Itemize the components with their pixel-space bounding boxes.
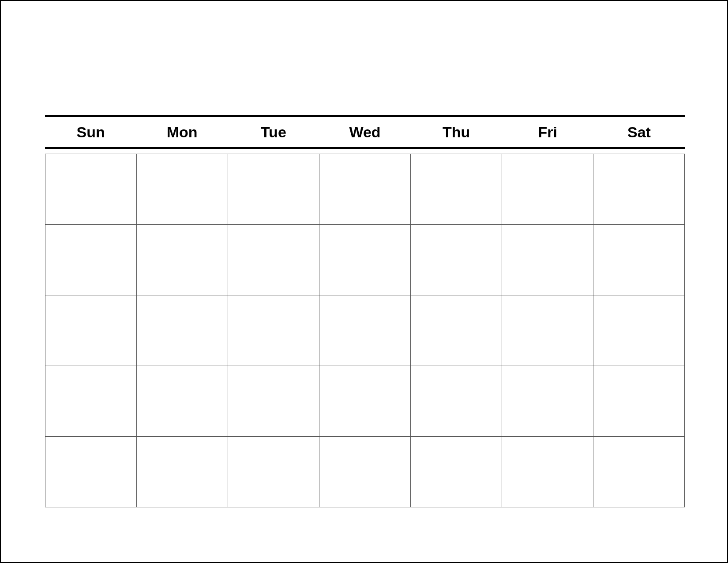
calendar-grid [45, 154, 685, 507]
calendar-day-cell [593, 366, 685, 437]
day-header-tue: Tue [228, 117, 319, 147]
calendar-day-cell [45, 366, 137, 437]
day-header-sun: Sun [45, 117, 136, 147]
day-header-wed: Wed [319, 117, 410, 147]
calendar-day-cell [411, 225, 502, 295]
day-header-sat: Sat [593, 117, 685, 147]
calendar-day-cell [411, 437, 502, 507]
calendar-day-cell [411, 295, 502, 366]
calendar-day-cell [502, 366, 593, 437]
calendar-day-cell [45, 154, 137, 225]
calendar-day-cell [593, 154, 685, 225]
calendar-day-cell [319, 366, 411, 437]
calendar-day-cell [45, 295, 137, 366]
calendar-week-row [45, 154, 685, 225]
calendar-day-cell [411, 154, 502, 225]
calendar-day-cell [319, 225, 411, 295]
calendar-day-cell [319, 437, 411, 507]
calendar-day-cell [228, 225, 319, 295]
calendar-day-cell [137, 366, 228, 437]
calendar-day-cell [137, 437, 228, 507]
calendar-day-cell [319, 295, 411, 366]
day-header-thu: Thu [411, 117, 502, 147]
calendar-header-row: Sun Mon Tue Wed Thu Fri Sat [45, 115, 685, 149]
calendar-day-cell [502, 295, 593, 366]
calendar-week-row [45, 437, 685, 507]
calendar-week-row [45, 366, 685, 437]
calendar-day-cell [502, 437, 593, 507]
calendar-week-row [45, 225, 685, 295]
day-header-mon: Mon [136, 117, 228, 147]
calendar-day-cell [593, 437, 685, 507]
calendar-day-cell [228, 154, 319, 225]
calendar-week-row [45, 295, 685, 366]
calendar-day-cell [45, 437, 137, 507]
calendar-day-cell [319, 154, 411, 225]
calendar-day-cell [411, 366, 502, 437]
calendar-day-cell [45, 225, 137, 295]
calendar-day-cell [593, 225, 685, 295]
calendar-day-cell [137, 295, 228, 366]
page-frame: Sun Mon Tue Wed Thu Fri Sat [0, 0, 728, 563]
calendar: Sun Mon Tue Wed Thu Fri Sat [45, 115, 685, 507]
calendar-day-cell [228, 295, 319, 366]
calendar-day-cell [228, 437, 319, 507]
calendar-day-cell [228, 366, 319, 437]
calendar-day-cell [137, 225, 228, 295]
calendar-day-cell [593, 295, 685, 366]
calendar-day-cell [137, 154, 228, 225]
calendar-day-cell [502, 225, 593, 295]
calendar-day-cell [502, 154, 593, 225]
day-header-fri: Fri [502, 117, 593, 147]
